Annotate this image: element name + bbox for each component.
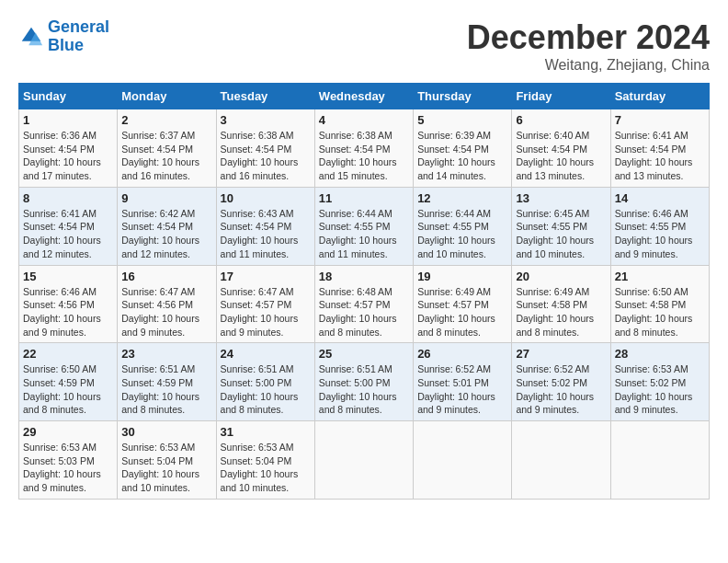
- day-number: 27: [516, 347, 606, 361]
- day-number: 18: [319, 270, 409, 283]
- weekday-wednesday: Wednesday: [314, 84, 413, 109]
- calendar-cell: 25 Sunrise: 6:51 AMSunset: 5:00 PMDaylig…: [314, 343, 413, 421]
- calendar-cell: 13 Sunrise: 6:45 AMSunset: 4:55 PMDaylig…: [512, 187, 610, 265]
- logo-icon: [18, 24, 44, 50]
- day-info: Sunrise: 6:39 AMSunset: 4:54 PMDaylight:…: [417, 129, 507, 183]
- calendar-cell: 19 Sunrise: 6:49 AMSunset: 4:57 PMDaylig…: [414, 265, 512, 343]
- logo-text: General Blue: [48, 18, 109, 55]
- day-number: 9: [121, 191, 211, 205]
- day-number: 19: [417, 270, 507, 283]
- logo: General Blue: [18, 18, 109, 55]
- day-info: Sunrise: 6:43 AMSunset: 4:54 PMDaylight:…: [221, 207, 311, 261]
- calendar-cell: 23 Sunrise: 6:51 AMSunset: 4:59 PMDaylig…: [118, 343, 216, 421]
- calendar-cell: 22 Sunrise: 6:50 AMSunset: 4:59 PMDaylig…: [19, 343, 118, 421]
- day-info: Sunrise: 6:44 AMSunset: 4:55 PMDaylight:…: [319, 207, 409, 261]
- calendar-cell: 15 Sunrise: 6:46 AMSunset: 4:56 PMDaylig…: [19, 265, 118, 343]
- calendar-cell: 8 Sunrise: 6:41 AMSunset: 4:54 PMDayligh…: [19, 187, 118, 265]
- day-number: 24: [221, 347, 311, 361]
- calendar-cell: 3 Sunrise: 6:38 AMSunset: 4:54 PMDayligh…: [216, 109, 314, 188]
- day-number: 31: [221, 425, 311, 439]
- day-info: Sunrise: 6:45 AMSunset: 4:55 PMDaylight:…: [516, 207, 606, 261]
- day-info: Sunrise: 6:49 AMSunset: 4:57 PMDaylight:…: [417, 285, 507, 339]
- day-info: Sunrise: 6:44 AMSunset: 4:55 PMDaylight:…: [417, 207, 507, 261]
- day-info: Sunrise: 6:51 AMSunset: 4:59 PMDaylight:…: [121, 362, 211, 417]
- day-number: 17: [221, 270, 311, 283]
- weekday-sunday: Sunday: [19, 84, 118, 109]
- calendar-cell: 16 Sunrise: 6:47 AMSunset: 4:56 PMDaylig…: [118, 265, 216, 343]
- day-info: Sunrise: 6:47 AMSunset: 4:56 PMDaylight:…: [121, 285, 211, 339]
- day-number: 29: [23, 425, 113, 439]
- day-info: Sunrise: 6:51 AMSunset: 5:00 PMDaylight:…: [319, 362, 409, 417]
- calendar-table: SundayMondayTuesdayWednesdayThursdayFrid…: [18, 83, 710, 500]
- calendar-cell: 26 Sunrise: 6:52 AMSunset: 5:01 PMDaylig…: [414, 343, 512, 421]
- weekday-header-row: SundayMondayTuesdayWednesdayThursdayFrid…: [19, 84, 710, 109]
- day-info: Sunrise: 6:53 AMSunset: 5:04 PMDaylight:…: [121, 441, 211, 495]
- day-number: 14: [615, 191, 705, 205]
- day-info: Sunrise: 6:36 AMSunset: 4:54 PMDaylight:…: [23, 129, 113, 183]
- calendar-cell: 30 Sunrise: 6:53 AMSunset: 5:04 PMDaylig…: [118, 421, 216, 500]
- day-info: Sunrise: 6:50 AMSunset: 4:58 PMDaylight:…: [615, 285, 705, 339]
- calendar-cell: [512, 421, 610, 500]
- week-row-4: 22 Sunrise: 6:50 AMSunset: 4:59 PMDaylig…: [19, 343, 710, 421]
- calendar-cell: 2 Sunrise: 6:37 AMSunset: 4:54 PMDayligh…: [118, 109, 216, 188]
- day-number: 22: [23, 347, 113, 361]
- calendar-cell: 28 Sunrise: 6:53 AMSunset: 5:02 PMDaylig…: [610, 343, 709, 421]
- calendar-cell: 4 Sunrise: 6:38 AMSunset: 4:54 PMDayligh…: [314, 109, 413, 188]
- day-info: Sunrise: 6:41 AMSunset: 4:54 PMDaylight:…: [615, 129, 705, 183]
- day-info: Sunrise: 6:53 AMSunset: 5:03 PMDaylight:…: [23, 441, 113, 495]
- week-row-1: 1 Sunrise: 6:36 AMSunset: 4:54 PMDayligh…: [19, 109, 710, 188]
- day-info: Sunrise: 6:48 AMSunset: 4:57 PMDaylight:…: [319, 285, 409, 339]
- day-number: 15: [23, 270, 113, 283]
- calendar-cell: 1 Sunrise: 6:36 AMSunset: 4:54 PMDayligh…: [19, 109, 118, 188]
- calendar-cell: 7 Sunrise: 6:41 AMSunset: 4:54 PMDayligh…: [610, 109, 709, 188]
- day-info: Sunrise: 6:49 AMSunset: 4:58 PMDaylight:…: [516, 285, 606, 339]
- day-number: 8: [23, 191, 113, 205]
- day-number: 26: [417, 347, 507, 361]
- calendar-cell: 9 Sunrise: 6:42 AMSunset: 4:54 PMDayligh…: [118, 187, 216, 265]
- weekday-tuesday: Tuesday: [216, 84, 314, 109]
- calendar-cell: 14 Sunrise: 6:46 AMSunset: 4:55 PMDaylig…: [610, 187, 709, 265]
- day-number: 2: [121, 113, 211, 127]
- calendar-body: 1 Sunrise: 6:36 AMSunset: 4:54 PMDayligh…: [19, 109, 710, 500]
- weekday-saturday: Saturday: [610, 84, 709, 109]
- calendar-cell: 31 Sunrise: 6:53 AMSunset: 5:04 PMDaylig…: [216, 421, 314, 500]
- weekday-friday: Friday: [512, 84, 610, 109]
- calendar-cell: [610, 421, 709, 500]
- calendar-cell: 24 Sunrise: 6:51 AMSunset: 5:00 PMDaylig…: [216, 343, 314, 421]
- day-number: 12: [417, 191, 507, 205]
- day-info: Sunrise: 6:38 AMSunset: 4:54 PMDaylight:…: [319, 129, 409, 183]
- day-info: Sunrise: 6:42 AMSunset: 4:54 PMDaylight:…: [121, 207, 211, 261]
- day-number: 7: [615, 113, 705, 127]
- day-number: 30: [121, 425, 211, 439]
- day-number: 13: [516, 191, 606, 205]
- day-number: 10: [221, 191, 311, 205]
- day-info: Sunrise: 6:46 AMSunset: 4:55 PMDaylight:…: [615, 207, 705, 261]
- day-info: Sunrise: 6:50 AMSunset: 4:59 PMDaylight:…: [23, 362, 113, 417]
- day-info: Sunrise: 6:52 AMSunset: 5:02 PMDaylight:…: [516, 362, 606, 417]
- day-info: Sunrise: 6:38 AMSunset: 4:54 PMDaylight:…: [221, 129, 311, 183]
- calendar-cell: 20 Sunrise: 6:49 AMSunset: 4:58 PMDaylig…: [512, 265, 610, 343]
- day-number: 1: [23, 113, 113, 127]
- day-number: 5: [417, 113, 507, 127]
- calendar-cell: 12 Sunrise: 6:44 AMSunset: 4:55 PMDaylig…: [414, 187, 512, 265]
- location: Weitang, Zhejiang, China: [467, 57, 710, 74]
- calendar-cell: 18 Sunrise: 6:48 AMSunset: 4:57 PMDaylig…: [314, 265, 413, 343]
- day-number: 25: [319, 347, 409, 361]
- calendar-cell: 29 Sunrise: 6:53 AMSunset: 5:03 PMDaylig…: [19, 421, 118, 500]
- day-number: 4: [319, 113, 409, 127]
- week-row-2: 8 Sunrise: 6:41 AMSunset: 4:54 PMDayligh…: [19, 187, 710, 265]
- day-number: 28: [615, 347, 705, 361]
- day-info: Sunrise: 6:41 AMSunset: 4:54 PMDaylight:…: [23, 207, 113, 261]
- week-row-5: 29 Sunrise: 6:53 AMSunset: 5:03 PMDaylig…: [19, 421, 710, 500]
- day-info: Sunrise: 6:51 AMSunset: 5:00 PMDaylight:…: [221, 362, 311, 417]
- calendar-cell: 17 Sunrise: 6:47 AMSunset: 4:57 PMDaylig…: [216, 265, 314, 343]
- day-number: 21: [615, 270, 705, 283]
- day-info: Sunrise: 6:47 AMSunset: 4:57 PMDaylight:…: [221, 285, 311, 339]
- calendar-cell: 5 Sunrise: 6:39 AMSunset: 4:54 PMDayligh…: [414, 109, 512, 188]
- month-title: December 2024: [467, 18, 710, 57]
- page-header: General Blue December 2024 Weitang, Zhej…: [18, 18, 710, 74]
- calendar-cell: [414, 421, 512, 500]
- weekday-thursday: Thursday: [414, 84, 512, 109]
- day-info: Sunrise: 6:46 AMSunset: 4:56 PMDaylight:…: [23, 285, 113, 339]
- day-number: 16: [121, 270, 211, 283]
